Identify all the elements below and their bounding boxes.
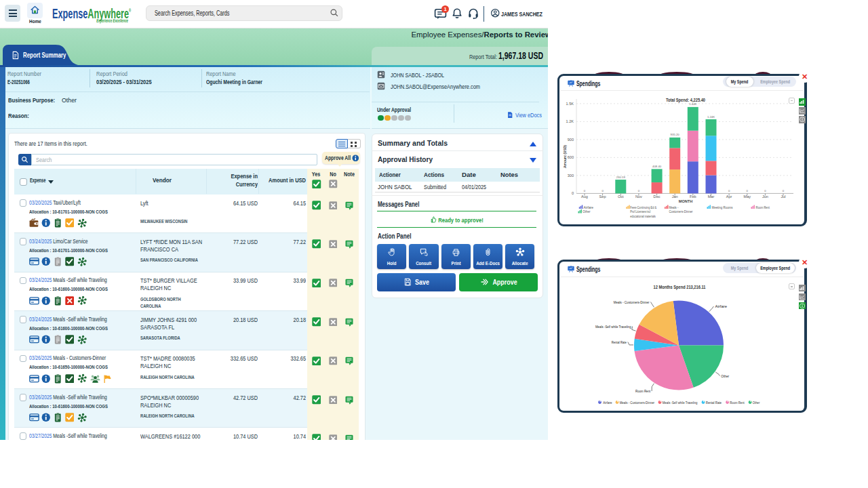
svg-text:May: May [744, 195, 751, 199]
svg-text:Jul: Jul [781, 195, 785, 199]
svg-text:Mar: Mar [708, 195, 715, 199]
svg-text:230.59: 230.59 [616, 176, 626, 179]
svg-text:1.5K: 1.5K [566, 102, 574, 106]
svg-text:0: 0 [728, 189, 730, 192]
svg-text:Other: Other [753, 401, 760, 405]
svg-text:0: 0 [783, 189, 785, 192]
svg-text:0: 0 [764, 189, 766, 192]
svg-text:12 Months Spend 213,216.11: 12 Months Spend 213,216.11 [654, 285, 706, 290]
svg-text:Meeting Rooms: Meeting Rooms [712, 205, 733, 209]
svg-text:MONTH: MONTH [679, 199, 693, 203]
svg-text:Room Rent: Room Rent [730, 401, 745, 405]
svg-text:Jun: Jun [762, 195, 768, 199]
svg-text:Room Rent: Room Rent [756, 205, 770, 209]
svg-text:Meals -: Meals - [669, 205, 679, 209]
svg-text:Customers-Dinner: Customers-Dinner [669, 209, 693, 214]
svg-text:Jan: Jan [672, 195, 678, 199]
svg-text:Rental Rate: Rental Rate [612, 340, 627, 344]
svg-text:Nov: Nov [635, 195, 642, 199]
svg-text:Amount (USD): Amount (USD) [563, 145, 567, 168]
svg-text:Airfare: Airfare [603, 401, 612, 405]
svg-text:600: 600 [568, 155, 574, 159]
svg-text:1.24K: 1.24K [707, 115, 715, 119]
svg-text:300: 300 [568, 174, 574, 178]
svg-text:Airfare: Airfare [584, 205, 594, 209]
svg-text:Fees-Continuing Ed &: Fees-Continuing Ed & [630, 205, 656, 209]
svg-text:Room Rent: Room Rent [635, 389, 650, 393]
svg-text:0: 0 [638, 189, 640, 192]
svg-text:0: 0 [572, 191, 574, 195]
svg-text:Meals - Customers-Dinner: Meals - Customers-Dinner [620, 401, 655, 405]
svg-text:0: 0 [584, 189, 586, 192]
svg-text:Other: Other [721, 374, 729, 378]
svg-text:Meals - Customers-Dinner: Meals - Customers-Dinner [614, 300, 650, 304]
svg-text:1.44K: 1.44K [689, 102, 696, 106]
svg-text:Total Spend: 4,225.40: Total Spend: 4,225.40 [666, 98, 705, 103]
svg-text:900: 900 [568, 138, 574, 142]
svg-text:Other: Other [583, 209, 590, 214]
svg-text:Prof Licenses-incl: Prof Licenses-incl [630, 209, 650, 214]
svg-text:Oct: Oct [618, 195, 624, 199]
svg-text:Rental Rate: Rental Rate [706, 401, 722, 405]
svg-text:Apr: Apr [726, 195, 732, 199]
svg-text:1.2K: 1.2K [566, 119, 574, 123]
svg-text:Dec: Dec [654, 195, 660, 199]
svg-text:Aug: Aug [581, 195, 588, 199]
svg-text:educational materials: educational materials [630, 214, 656, 218]
svg-text:935.20: 935.20 [671, 133, 680, 136]
svg-text:0: 0 [601, 189, 604, 192]
svg-text:Sep: Sep [599, 195, 606, 199]
svg-text:0: 0 [747, 189, 749, 192]
svg-text:Meals -Self while Traveling: Meals -Self while Traveling [663, 401, 698, 405]
svg-text:408.40: 408.40 [652, 165, 662, 168]
svg-text:Airfare: Airfare [715, 304, 728, 308]
svg-text:Feb: Feb [690, 195, 696, 199]
svg-text:Meals -Self while Traveling: Meals -Self while Traveling [595, 325, 631, 329]
